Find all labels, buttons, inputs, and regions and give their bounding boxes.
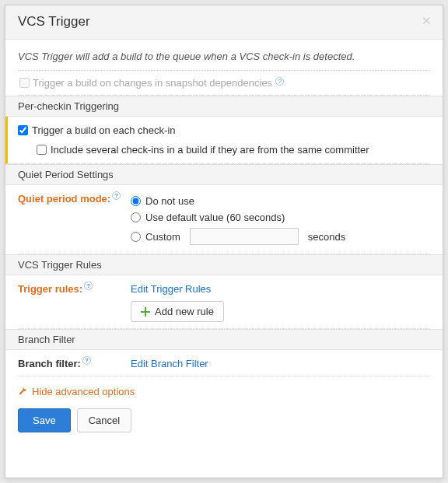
dialog-footer: Save Cancel xyxy=(5,408,443,445)
quiet-default-radio[interactable] xyxy=(131,212,141,222)
edit-branch-filter-link[interactable]: Edit Branch Filter xyxy=(131,358,208,369)
quiet-custom-label: Custom xyxy=(145,231,180,243)
quiet-custom-row: Custom seconds xyxy=(131,226,430,247)
quiet-period-header: Quiet Period Settings xyxy=(5,164,443,185)
trigger-rules-label: Trigger rules: ? xyxy=(18,283,131,295)
include-several-label: Include several check-ins in a build if … xyxy=(51,144,369,156)
intro-text: VCS Trigger will add a build to the queu… xyxy=(18,51,430,71)
quiet-default-label: Use default value (60 seconds) xyxy=(145,212,285,223)
quiet-do-not-use-radio[interactable] xyxy=(131,196,141,206)
help-icon[interactable]: ? xyxy=(84,282,93,290)
dialog-title: VCS Trigger xyxy=(18,14,90,29)
quiet-period-options: Do not use Use default value (60 seconds… xyxy=(131,193,430,247)
advanced-options-toggle[interactable]: Hide advanced options xyxy=(18,376,430,408)
per-checkin-header: Per-checkin Triggering xyxy=(5,96,443,117)
per-checkin-block: Trigger a build on each check-in Include… xyxy=(5,117,430,164)
advanced-options-label: Hide advanced options xyxy=(32,386,135,397)
wrench-icon xyxy=(18,387,27,397)
close-icon[interactable]: ✕ xyxy=(422,15,432,26)
build-each-checkin-checkbox[interactable] xyxy=(18,125,28,135)
quiet-default-row: Use default value (60 seconds) xyxy=(131,209,430,226)
quiet-custom-input[interactable] xyxy=(190,228,299,245)
quiet-do-not-use-label: Do not use xyxy=(145,195,194,207)
branch-filter-label: Branch filter: ? xyxy=(18,358,131,369)
snapshot-deps-checkbox xyxy=(19,78,30,88)
add-new-rule-button[interactable]: Add new rule xyxy=(131,301,224,322)
dialog-body: VCS Trigger will add a build to the queu… xyxy=(5,40,443,408)
trigger-rules-row: Trigger rules: ? Edit Trigger Rules Add … xyxy=(18,275,430,329)
save-button[interactable]: Save xyxy=(18,408,71,432)
include-several-row: Include several check-ins in a build if … xyxy=(18,142,430,157)
build-each-checkin-label: Trigger a build on each check-in xyxy=(32,124,176,136)
help-icon[interactable]: ? xyxy=(112,191,121,200)
quiet-custom-radio[interactable] xyxy=(131,232,141,242)
branch-filter-control: Edit Branch Filter xyxy=(131,358,430,369)
trigger-rules-header: VCS Trigger Rules xyxy=(5,254,443,275)
help-icon[interactable]: ? xyxy=(275,77,284,86)
include-several-checkbox[interactable] xyxy=(37,145,47,155)
quiet-period-label: Quiet period mode: ? xyxy=(18,193,131,205)
edit-trigger-rules-link[interactable]: Edit Trigger Rules xyxy=(131,283,211,295)
build-each-checkin-row: Trigger a build on each check-in xyxy=(18,123,430,138)
snapshot-deps-row: Trigger a build on changes in snapshot d… xyxy=(18,71,430,96)
cancel-button[interactable]: Cancel xyxy=(77,408,131,432)
trigger-rules-control: Edit Trigger Rules Add new rule xyxy=(131,283,430,322)
quiet-custom-suffix: seconds xyxy=(308,231,345,243)
quiet-do-not-use-row: Do not use xyxy=(131,193,430,209)
branch-filter-header: Branch Filter xyxy=(5,329,443,350)
dialog-header: VCS Trigger ✕ xyxy=(5,5,443,40)
plus-icon xyxy=(141,307,150,317)
snapshot-deps-label: Trigger a build on changes in snapshot d… xyxy=(33,77,272,89)
add-new-rule-label: Add new rule xyxy=(155,306,214,317)
vcs-trigger-dialog: VCS Trigger ✕ VCS Trigger will add a bui… xyxy=(5,5,443,478)
help-icon[interactable]: ? xyxy=(82,356,91,365)
quiet-period-row: Quiet period mode: ? Do not use Use defa… xyxy=(18,185,430,254)
branch-filter-row: Branch filter: ? Edit Branch Filter xyxy=(18,350,430,376)
